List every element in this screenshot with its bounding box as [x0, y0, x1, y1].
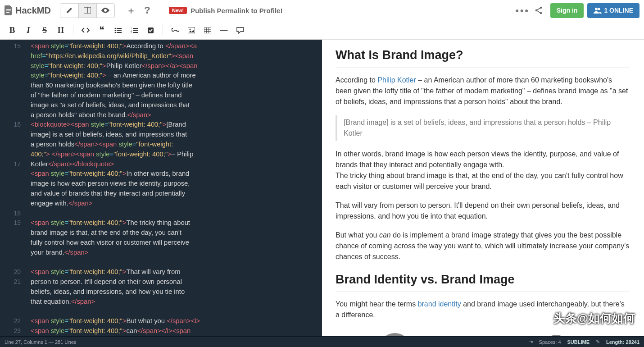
strike-button[interactable]: S [37, 24, 52, 37]
promo-link[interactable]: Publish Permalink to Profile! [190, 7, 282, 14]
svg-rect-13 [117, 28, 122, 29]
diagram-tagline: TAG LINE [379, 333, 411, 336]
image-icon [188, 27, 195, 33]
ul-button[interactable] [110, 24, 126, 37]
main-split: 15 16 17 1819 2021 2223 <span style="fon… [0, 40, 644, 336]
hr [336, 291, 630, 292]
svg-rect-17 [117, 32, 122, 33]
checklist-button[interactable] [143, 24, 158, 37]
svg-text:3: 3 [131, 31, 132, 33]
table-icon [204, 27, 211, 33]
mode-edit[interactable] [60, 4, 78, 18]
mode-view[interactable] [96, 4, 114, 18]
italic-button[interactable]: I [21, 24, 36, 37]
preview-p4: But what you can do is implement a brand… [336, 230, 630, 262]
editor-pane[interactable]: 15 16 17 1819 2021 2223 <span style="fon… [0, 40, 322, 336]
list-ol-icon: 123 [131, 27, 138, 33]
check-square-icon [147, 27, 154, 34]
online-button[interactable]: 1 ONLINE [587, 3, 639, 18]
status-spaces[interactable]: Spaces: 4 [539, 339, 561, 345]
svg-line-8 [537, 8, 540, 10]
add-button[interactable]: ＋ [123, 4, 139, 18]
format-toolbar: B I S H ❝ 123 — [0, 21, 644, 40]
code-icon [82, 27, 90, 33]
diagram: LOGO TAG LINE [336, 329, 630, 336]
hr [336, 67, 630, 68]
ol-button[interactable]: 123 [127, 24, 142, 37]
svg-rect-15 [117, 30, 122, 31]
quote-button[interactable]: ❝ [94, 24, 109, 37]
svg-rect-19 [133, 28, 138, 29]
share-icon[interactable] [531, 4, 547, 18]
help-button[interactable]: ? [139, 4, 155, 18]
status-keymap[interactable]: SUBLIME [567, 339, 590, 345]
separator [163, 25, 163, 35]
document-icon [5, 5, 13, 15]
status-wrench-icon[interactable]: ✎ [596, 339, 600, 345]
comment-icon [236, 27, 244, 34]
image-button[interactable] [184, 24, 199, 37]
list-ul-icon [114, 27, 122, 33]
svg-point-10 [595, 8, 598, 10]
line-gutter: 15 16 17 1819 2021 2223 [0, 40, 25, 336]
preview-pane: What Is Brand Image? According to Philip… [322, 40, 644, 336]
svg-rect-21 [133, 30, 138, 31]
users-icon [594, 7, 602, 14]
topbar: HackMD ＋ ? New! Publish Permalink to Pro… [0, 0, 644, 21]
watermark: 头条@如何如何 [553, 310, 635, 327]
brand-logo[interactable]: HackMD [5, 5, 51, 16]
preview-p1: According to Philip Kotler – an American… [336, 75, 630, 107]
link-philip-kotler[interactable]: Philip Kotler [377, 76, 416, 84]
preview-h2: Brand Identity vs. Brand Image [336, 270, 630, 289]
svg-rect-2 [6, 12, 9, 13]
new-badge: New! [169, 7, 187, 14]
preview-p2: In other words, brand image is how each … [336, 149, 630, 192]
signin-button[interactable]: Sign in [550, 3, 584, 18]
link-button[interactable] [168, 24, 183, 37]
svg-point-16 [115, 32, 116, 33]
code-area[interactable]: <span style="font-weight: 400;">Accordin… [0, 40, 322, 336]
link-brand-identity[interactable]: brand identity [418, 300, 461, 308]
mode-both[interactable] [78, 4, 96, 18]
svg-rect-0 [6, 9, 11, 10]
online-label: 1 ONLINE [604, 7, 633, 14]
svg-rect-25 [174, 30, 177, 31]
heading-button[interactable]: H [53, 24, 68, 37]
link-icon [172, 28, 179, 32]
eye-icon [101, 8, 109, 13]
brand-text: HackMD [15, 5, 51, 16]
bold-button[interactable]: B [5, 24, 20, 37]
preview-h1: What Is Brand Image? [336, 46, 630, 64]
statusbar: Line 27, Columns 1 — 281 Lines ⇥ Spaces:… [0, 336, 644, 347]
diagram-circle [543, 335, 570, 336]
separator [73, 25, 73, 35]
pencil-icon [66, 7, 73, 14]
more-icon[interactable]: ●●● [514, 4, 531, 18]
svg-point-14 [115, 30, 116, 31]
code-button[interactable] [78, 24, 93, 37]
table-button[interactable] [200, 24, 215, 37]
preview-p3: That will vary from person to person. It… [336, 200, 630, 222]
svg-point-11 [598, 8, 600, 10]
status-indent-marker[interactable]: ⇥ [529, 339, 533, 345]
comment-button[interactable] [232, 24, 248, 37]
view-mode-group [60, 3, 115, 18]
svg-rect-28 [204, 27, 211, 33]
preview-quote: [Brand image] is a set of beliefs, ideas… [336, 115, 630, 141]
svg-point-12 [115, 27, 116, 29]
status-cursor: Line 27, Columns 1 — 281 Lines [5, 339, 77, 345]
svg-point-27 [190, 29, 191, 30]
svg-rect-1 [6, 11, 11, 12]
svg-rect-23 [133, 32, 138, 33]
columns-icon [84, 7, 91, 14]
hr-button[interactable]: — [216, 24, 231, 37]
status-length: Length: 28241 [606, 339, 639, 345]
svg-line-9 [537, 11, 540, 13]
